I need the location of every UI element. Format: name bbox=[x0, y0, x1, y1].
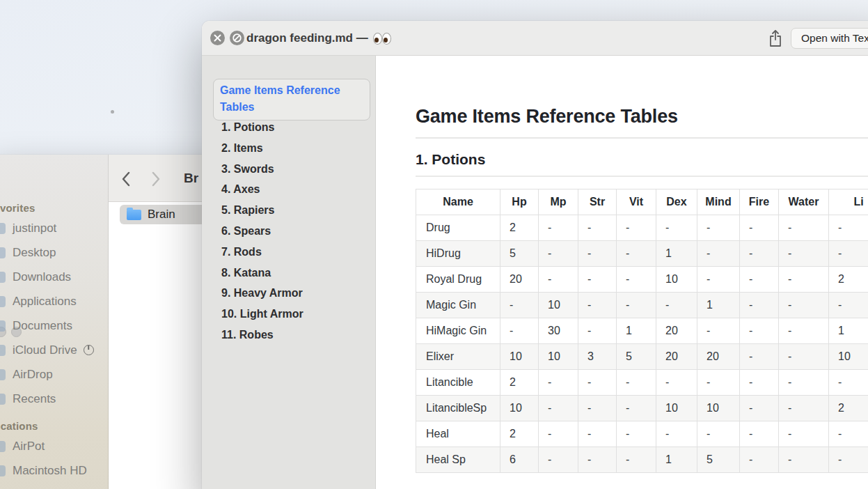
table-cell: 2 bbox=[500, 370, 539, 396]
table-cell: - bbox=[697, 370, 740, 396]
table-cell: 6 bbox=[500, 447, 539, 473]
table-cell: 20 bbox=[656, 344, 697, 370]
table-cell: - bbox=[617, 447, 656, 473]
table-cell: Heal Sp bbox=[416, 447, 500, 473]
table-cell: 2 bbox=[829, 267, 868, 293]
table-cell: - bbox=[578, 421, 617, 447]
quicklook-window: dragon feeding.md — Open with Tex Game I… bbox=[202, 21, 868, 489]
table-cell: - bbox=[740, 267, 779, 293]
folder-icon bbox=[127, 210, 141, 220]
table-cell: - bbox=[829, 241, 868, 267]
table-cell: - bbox=[617, 370, 656, 396]
column-header-li: Li bbox=[829, 189, 868, 215]
table-cell: - bbox=[539, 241, 578, 267]
sidebar-item-macintosh-hd[interactable]: Macintosh HD bbox=[0, 458, 109, 483]
table-cell: - bbox=[779, 370, 829, 396]
desktop-icon bbox=[0, 247, 6, 258]
table-cell: - bbox=[617, 215, 656, 241]
prohibited-icon[interactable] bbox=[230, 31, 244, 45]
table-row: Magic Gin-10---1--- bbox=[416, 293, 868, 318]
sidebar-item-applications[interactable]: Applications bbox=[0, 289, 109, 313]
table-cell: 10 bbox=[829, 344, 868, 370]
table-cell: - bbox=[500, 318, 539, 344]
sidebar-item-label: iCloud Drive bbox=[7, 343, 77, 357]
toc-item-6-spears[interactable]: 6. Spears bbox=[202, 221, 376, 242]
table-cell: - bbox=[779, 293, 829, 318]
back-button[interactable] bbox=[121, 171, 130, 187]
sidebar-item-downloads[interactable]: Downloads bbox=[0, 265, 109, 289]
table-cell: 10 bbox=[500, 396, 539, 421]
table-cell: 5 bbox=[697, 447, 740, 473]
sidebar-item-justinpot[interactable]: justinpot bbox=[0, 216, 109, 240]
table-cell: 10 bbox=[697, 396, 740, 421]
table-cell: - bbox=[779, 215, 829, 241]
table-cell: HiMagic Gin bbox=[416, 318, 500, 344]
table-cell: - bbox=[539, 421, 578, 447]
table-cell: - bbox=[656, 215, 697, 241]
open-with-button[interactable]: Open with Tex bbox=[791, 28, 868, 49]
table-cell: - bbox=[539, 267, 578, 293]
table-cell: - bbox=[740, 421, 779, 447]
toc-item-4-axes[interactable]: 4. Axes bbox=[202, 179, 376, 200]
table-cell: 3 bbox=[578, 344, 617, 370]
toc-item-9-heavy-armor[interactable]: 9. Heavy Armor bbox=[202, 283, 376, 304]
table-cell: - bbox=[779, 447, 829, 473]
table-cell: - bbox=[578, 370, 617, 396]
table-cell: 5 bbox=[500, 241, 539, 267]
toc-item-5-rapiers[interactable]: 5. Rapiers bbox=[202, 200, 376, 221]
toc-sidebar: Game Items Reference Tables 1. Potions2.… bbox=[202, 56, 376, 489]
sidebar-section-label: Locations bbox=[0, 420, 109, 433]
table-cell: 1 bbox=[617, 318, 656, 344]
toc-item-2-items[interactable]: 2. Items bbox=[202, 138, 376, 159]
sidebar-item-documents[interactable]: Documents bbox=[0, 313, 109, 338]
sync-progress-icon bbox=[84, 345, 94, 355]
sidebar-item-desktop[interactable]: Desktop bbox=[0, 240, 109, 265]
sidebar-item-label: Macintosh HD bbox=[7, 464, 87, 478]
close-icon[interactable] bbox=[210, 31, 225, 45]
sidebar-item-label: AirDrop bbox=[7, 368, 53, 382]
toc-item-8-katana[interactable]: 8. Katana bbox=[202, 263, 376, 284]
table-cell: Royal Drug bbox=[416, 267, 500, 293]
sidebar-item-recents[interactable]: Recents bbox=[0, 387, 109, 411]
table-cell: - bbox=[617, 241, 656, 267]
finder-window-title: Br bbox=[184, 155, 198, 202]
table-cell: 10 bbox=[539, 344, 578, 370]
sidebar-section-locations: LocationsAirPotMacintosh HD bbox=[0, 420, 109, 483]
table-row: Litancible2-------- bbox=[416, 370, 868, 396]
table-cell: - bbox=[697, 241, 740, 267]
sidebar-item-airpot[interactable]: AirPot bbox=[0, 434, 109, 458]
table-cell: - bbox=[697, 267, 740, 293]
toc-item-3-swords[interactable]: 3. Swords bbox=[202, 159, 376, 180]
sidebar-item-label: AirPot bbox=[7, 440, 45, 453]
table-row: LitancibleSp10---1010--2 bbox=[416, 396, 868, 421]
table-cell: - bbox=[740, 318, 779, 344]
table-cell: - bbox=[539, 370, 578, 396]
toc-item-10-light-armor[interactable]: 10. Light Armor bbox=[202, 304, 376, 325]
table-cell: - bbox=[829, 370, 868, 396]
table-cell: - bbox=[779, 267, 829, 293]
user-home-icon bbox=[0, 223, 6, 234]
table-cell: - bbox=[697, 318, 740, 344]
forward-button[interactable] bbox=[152, 171, 161, 187]
table-row: Heal Sp6---15--- bbox=[416, 447, 868, 473]
table-cell: 10 bbox=[656, 267, 697, 293]
table-cell: - bbox=[656, 293, 697, 318]
recents-icon bbox=[0, 394, 6, 405]
sidebar-item-airdrop[interactable]: AirDrop bbox=[0, 362, 109, 387]
toc-item-1-potions[interactable]: 1. Potions bbox=[202, 117, 376, 138]
column-header-mp: Mp bbox=[539, 189, 578, 215]
column-header-mind: Mind bbox=[697, 189, 740, 215]
table-row: Elixer1010352020--10 bbox=[416, 344, 868, 370]
table-cell: 10 bbox=[500, 344, 539, 370]
sidebar-item-icloud-drive[interactable]: iCloud Drive bbox=[0, 338, 109, 362]
table-cell: 20 bbox=[697, 344, 740, 370]
toc-item-11-robes[interactable]: 11. Robes bbox=[202, 325, 376, 346]
toc-active-item[interactable]: Game Items Reference Tables bbox=[213, 79, 370, 121]
table-cell: - bbox=[740, 396, 779, 421]
downloads-icon bbox=[0, 272, 6, 283]
table-cell: - bbox=[829, 421, 868, 447]
toc-item-7-rods[interactable]: 7. Rods bbox=[202, 242, 376, 263]
share-icon[interactable] bbox=[768, 29, 783, 48]
quicklook-titlebar: dragon feeding.md — Open with Tex bbox=[202, 21, 868, 56]
table-cell: - bbox=[539, 215, 578, 241]
